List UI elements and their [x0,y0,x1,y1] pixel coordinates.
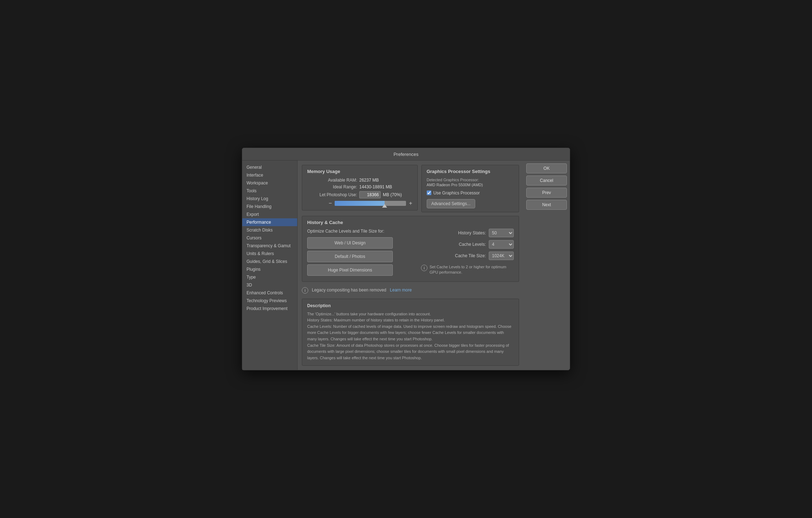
detected-label: Detected Graphics Processor: [427,178,514,182]
slider-plus-icon[interactable]: + [409,200,412,207]
ideal-label: Ideal Range: [307,184,357,189]
learn-more-link[interactable]: Learn more [390,288,412,293]
use-unit: MB (70%) [383,192,402,197]
slider-thumb [382,204,387,208]
sidebar-item-units-rulers[interactable]: Units & Rulers [242,250,297,258]
optimize-label: Optimize Cache Levels and Tile Size for: [307,229,417,234]
sidebar-item-guides-grid[interactable]: Guides, Grid & Slices [242,258,297,265]
slider-fill [335,201,385,206]
description-text: The 'Optimize...' buttons take your hard… [307,311,514,361]
right-buttons-panel: OK Cancel Prev Next [523,161,570,370]
graphics-processor-section: Graphics Processor Settings Detected Gra… [421,165,519,212]
memory-usage-section: Memory Usage Available RAM: 26237 MB Ide… [302,165,418,210]
ideal-value: 14430-18891 MB [359,184,392,189]
cache-levels-select[interactable]: 4 2 6 [489,240,514,249]
cache-section-title: History & Cache [307,220,514,225]
sidebar: GeneralInterfaceWorkspaceToolsHistory Lo… [242,161,298,370]
memory-slider[interactable] [335,201,406,206]
cache-optimize-panel: Optimize Cache Levels and Tile Size for:… [307,229,417,278]
sidebar-item-file-handling[interactable]: File Handling [242,203,297,210]
sidebar-item-plugins[interactable]: Plugins [242,265,297,273]
photoshop-use-input[interactable] [359,191,381,198]
legacy-notice: i Legacy compositing has been removed Le… [302,285,519,295]
huge-pixel-button[interactable]: Huge Pixel Dimensions [307,264,393,276]
sidebar-item-transparency-gamut[interactable]: Transparency & Gamut [242,242,297,250]
ok-button[interactable]: OK [526,163,567,173]
processor-name: AMD Radeon Pro 5500M (AMD) [427,183,514,187]
default-photos-button[interactable]: Default / Photos [307,251,393,262]
sidebar-item-history-log[interactable]: History Log [242,195,297,203]
prev-button[interactable]: Prev [526,188,567,198]
advanced-settings-button[interactable]: Advanced Settings... [427,199,475,208]
use-label: Let Photoshop Use: [307,192,357,197]
sidebar-item-workspace[interactable]: Workspace [242,179,297,187]
history-states-select[interactable]: 50 25 100 [489,229,514,237]
slider-minus-icon[interactable]: − [329,200,332,207]
legacy-info-icon: i [302,287,308,294]
cache-info-icon: i [421,265,427,271]
sidebar-item-enhanced-controls[interactable]: Enhanced Controls [242,289,297,297]
cache-info-text: Set Cache Levels to 2 or higher for opti… [430,264,514,275]
cache-tile-select[interactable]: 1024K 512K 2048K [489,252,514,260]
available-value: 26237 MB [359,178,379,183]
sidebar-item-scratch-disks[interactable]: Scratch Disks [242,226,297,234]
legacy-text: Legacy compositing has been removed [312,288,386,293]
graphics-section-title: Graphics Processor Settings [427,169,514,174]
sidebar-item-product-improvement[interactable]: Product Improvement [242,305,297,313]
available-label: Available RAM: [307,178,357,183]
history-cache-section: History & Cache Optimize Cache Levels an… [302,216,519,282]
history-states-label: History States: [447,230,486,235]
cache-tile-label: Cache Tile Size: [447,253,486,258]
cancel-button[interactable]: Cancel [526,176,567,186]
sidebar-item-export[interactable]: Export [242,210,297,218]
dialog-title: Preferences [394,152,418,157]
description-section: Description The 'Optimize...' buttons ta… [302,299,519,366]
sidebar-item-3d[interactable]: 3D [242,281,297,289]
cache-levels-label: Cache Levels: [447,242,486,247]
sidebar-item-performance[interactable]: Performance [242,218,297,226]
sidebar-item-tools[interactable]: Tools [242,187,297,195]
cache-settings-panel: History States: 50 25 100 Cache Levels: … [421,229,514,278]
sidebar-item-type[interactable]: Type [242,273,297,281]
next-button[interactable]: Next [526,200,567,210]
main-content: Memory Usage Available RAM: 26237 MB Ide… [298,161,523,370]
description-title: Description [307,303,514,308]
use-graphics-checkbox[interactable] [427,191,431,195]
sidebar-item-general[interactable]: General [242,163,297,171]
preferences-dialog: Preferences GeneralInterfaceWorkspaceToo… [242,148,570,371]
web-ui-design-button[interactable]: Web / UI Design [307,237,393,249]
sidebar-item-cursors[interactable]: Cursors [242,234,297,242]
memory-section-title: Memory Usage [307,169,412,174]
use-graphics-label: Use Graphics Processor [433,191,480,195]
title-bar: Preferences [242,148,570,161]
sidebar-item-interface[interactable]: Interface [242,171,297,179]
sidebar-item-technology-previews[interactable]: Technology Previews [242,297,297,305]
